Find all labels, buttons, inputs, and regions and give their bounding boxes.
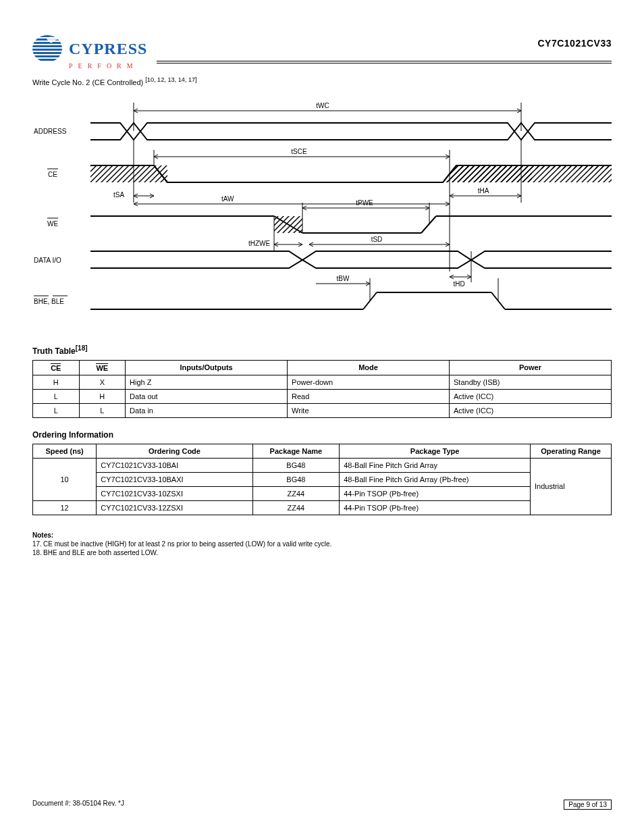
cypress-logo: CYPRESS PERFORM — [32, 34, 147, 70]
table-row: 12 CY7C1021CV33-12ZSXI ZZ44 44-Pin TSOP … — [33, 500, 612, 515]
page-header: CYPRESS PERFORM — [32, 34, 612, 70]
footnote-item: 18.BHE and BLE are both asserted LOW. — [32, 549, 612, 556]
page-number: Page 9 of 13 — [564, 800, 612, 810]
truth-table: CE WE Inputs/Outputs Mode Power H X High… — [32, 360, 612, 418]
tpwe-label: tPWE — [356, 199, 373, 207]
doc-number: Document #: 38-05104 Rev. *J — [32, 800, 124, 810]
signal-ce-label: CE — [48, 171, 57, 178]
ord-th-pkgtype: Package Type — [340, 444, 531, 458]
table-row: H X High Z Power-down Standby (ISB) — [33, 375, 612, 389]
tbw-label: tBW — [337, 275, 350, 282]
footnotes-header: Notes: — [32, 531, 612, 539]
svg-rect-5 — [32, 49, 65, 51]
signal-we-label: WE — [47, 220, 58, 228]
thzwe-label: tHZWE — [248, 240, 271, 247]
ordering-table: Speed (ns) Ordering Code Package Name Pa… — [32, 444, 612, 515]
table-row: CY7C1021CV33-10BAXI BG48 48-Ball Fine Pi… — [33, 472, 612, 486]
footnotes: Notes: 17.CE must be inactive (HIGH) for… — [32, 531, 612, 556]
truth-th-mode: Mode — [288, 360, 450, 375]
ord-th-speed: Speed (ns) — [33, 444, 97, 458]
table-row: 10 CY7C1021CV33-10BAI BG48 48-Ball Fine … — [33, 458, 612, 472]
ord-th-range: Operating Range — [530, 444, 611, 458]
globe-icon — [32, 34, 65, 63]
svg-rect-4 — [32, 45, 65, 47]
table-row: L H Data out Read Active (ICC) — [33, 389, 612, 403]
part-number: CY7C1021CV33 — [537, 38, 612, 49]
svg-line-33 — [421, 216, 436, 233]
signal-address-label: ADDRESS — [34, 128, 67, 135]
diagram-title: Write Cycle No. 2 (CE Controlled) [10, 1… — [32, 76, 612, 86]
ord-th-pkgname: Package Name — [252, 444, 340, 458]
table-row: CY7C1021CV33-10ZSXI ZZ44 44-Pin TSOP (Pb… — [33, 486, 612, 500]
diagram-title-refs: [10, 12, 13, 14, 17] — [145, 76, 196, 83]
taw-label: tAW — [221, 195, 234, 203]
truth-th-power: Power — [450, 360, 612, 375]
tha-label: tHA — [478, 187, 489, 194]
truth-table-title: Truth Table[18] — [32, 344, 612, 356]
logo-tagline: PERFORM — [69, 62, 138, 70]
table-row: L L Data in Write Active (ICC) — [33, 403, 612, 417]
truth-th-ce: CE — [33, 360, 80, 375]
tsa-label: tSA — [113, 191, 124, 199]
header-divider — [157, 61, 612, 63]
tsce-label: tSCE — [291, 148, 307, 155]
twc-label: tWC — [316, 102, 329, 109]
signal-data-label: DATA I/O — [34, 257, 61, 264]
page-footer: Document #: 38-05104 Rev. *J Page 9 of 1… — [32, 800, 612, 810]
footnote-item: 17.CE must be inactive (HIGH) for at lea… — [32, 540, 612, 548]
signal-bhe-ble-label: BHE, BLE — [34, 298, 64, 305]
truth-th-io: Inputs/Outputs — [126, 360, 288, 375]
ordering-title: Ordering Information — [32, 430, 612, 440]
svg-rect-7 — [32, 55, 65, 57]
svg-rect-8 — [32, 59, 65, 61]
svg-rect-6 — [32, 52, 65, 54]
diagram-title-text: Write Cycle No. 2 (CE Controlled) — [32, 78, 143, 86]
ord-th-code: Ordering Code — [97, 444, 252, 458]
timing-diagram: ADDRESS tWC CE — [32, 89, 612, 332]
svg-rect-3 — [32, 42, 65, 44]
tsd-label: tSD — [371, 236, 383, 243]
truth-th-we: WE — [79, 360, 126, 375]
svg-rect-1 — [32, 35, 65, 37]
logo-text: CYPRESS — [69, 40, 147, 58]
